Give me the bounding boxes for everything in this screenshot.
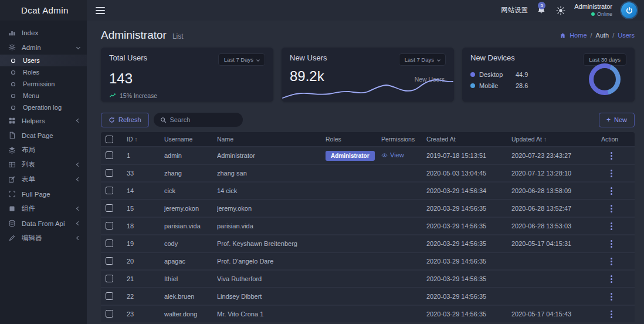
database-icon bbox=[8, 220, 16, 227]
sidebar-item-helpers[interactable]: Helpers bbox=[0, 113, 87, 128]
sidebar-item-编辑器[interactable]: 编辑器 bbox=[0, 231, 87, 245]
sidebar-item-表单[interactable]: 表单 bbox=[0, 172, 87, 187]
role-badge[interactable]: Administrator bbox=[326, 151, 375, 161]
row-created-at: 2020-03-29 14:56:35 bbox=[426, 205, 511, 212]
column-header-name: Name bbox=[217, 136, 326, 143]
column-header-updated_at[interactable]: Updated At↑ bbox=[511, 136, 601, 143]
search-input[interactable] bbox=[170, 116, 236, 123]
sidebar-item-列表[interactable]: 列表 bbox=[0, 157, 87, 172]
table-row: 1adminAdministratorAdministratorView2019… bbox=[101, 146, 635, 164]
chevron-down-icon bbox=[76, 45, 80, 49]
row-checkbox[interactable] bbox=[106, 151, 113, 159]
row-username: apagac bbox=[164, 258, 217, 265]
row-checkbox[interactable] bbox=[106, 204, 113, 212]
range-label: Last 7 Days bbox=[224, 56, 253, 63]
breadcrumb-home[interactable]: Home bbox=[570, 32, 587, 39]
breadcrumb-users[interactable]: Users bbox=[618, 32, 635, 39]
row-action-menu-button[interactable] bbox=[607, 256, 616, 267]
row-id: 18 bbox=[127, 222, 164, 230]
row-checkbox[interactable] bbox=[106, 239, 113, 247]
row-id: 15 bbox=[127, 205, 164, 212]
range-selector[interactable]: Last 7 Days bbox=[399, 53, 446, 66]
chevron-down-icon bbox=[256, 58, 260, 62]
row-updated-at: 2020-07-12 13:28:10 bbox=[511, 170, 601, 177]
expand-icon bbox=[8, 190, 16, 198]
edit-icon bbox=[8, 176, 16, 183]
plus-icon: + bbox=[606, 116, 611, 123]
circle-icon bbox=[9, 104, 17, 112]
notifications-button[interactable]: 5 bbox=[537, 5, 547, 16]
row-username: parisian.vida bbox=[164, 222, 217, 230]
table-row: 18parisian.vidaparisian.vida2020-03-29 1… bbox=[101, 217, 635, 234]
card-total-users: Total Users Last 7 Days 143 15% Increase bbox=[101, 48, 273, 102]
file-icon bbox=[8, 131, 16, 139]
view-permission-link[interactable]: View bbox=[381, 151, 404, 158]
sort-arrow-icon[interactable]: ↑ bbox=[544, 136, 547, 143]
select-all-checkbox[interactable] bbox=[106, 136, 113, 143]
row-action-menu-button[interactable] bbox=[607, 168, 616, 179]
range-selector[interactable]: Last 7 Days bbox=[218, 53, 265, 66]
power-icon bbox=[625, 6, 633, 15]
metric-value: 143 bbox=[109, 70, 265, 87]
sidebar-item-布局[interactable]: 布局 bbox=[0, 143, 87, 157]
card-title: New Users bbox=[290, 53, 327, 62]
row-action-menu-button[interactable] bbox=[607, 221, 616, 232]
row-id: 14 bbox=[127, 187, 164, 194]
sidebar-item-dcat-page[interactable]: Dcat Page bbox=[0, 128, 87, 143]
sidebar-item-index[interactable]: Index bbox=[0, 25, 87, 40]
user-name: Administrator bbox=[574, 3, 612, 11]
row-action-menu-button[interactable] bbox=[607, 291, 616, 302]
row-action-menu-button[interactable] bbox=[607, 185, 616, 197]
row-updated-at: 2020-05-17 04:15:43 bbox=[511, 310, 601, 318]
row-updated-at: 2020-06-28 13:58:09 bbox=[511, 187, 601, 194]
column-header-id[interactable]: ID↑ bbox=[127, 136, 164, 143]
sidebar-item-users[interactable]: Users bbox=[0, 55, 87, 66]
column-header-permissions: Permissions bbox=[381, 136, 426, 143]
desktop-dot-icon bbox=[470, 72, 475, 77]
row-checkbox[interactable] bbox=[106, 257, 113, 265]
row-username: Ithiel bbox=[164, 275, 217, 282]
row-created-at: 2020-05-03 13:04:45 bbox=[426, 170, 511, 177]
sidebar-item-permission[interactable]: Permission bbox=[0, 78, 87, 90]
sidebar-item-roles[interactable]: Roles bbox=[0, 66, 87, 78]
row-action-menu-button[interactable] bbox=[607, 238, 616, 249]
row-checkbox[interactable] bbox=[106, 275, 113, 282]
sidebar-item-menu[interactable]: Menu bbox=[0, 90, 87, 102]
row-id: 19 bbox=[127, 240, 164, 247]
sidebar-item-data-from-api[interactable]: Data From Api bbox=[0, 216, 87, 231]
row-checkbox[interactable] bbox=[106, 292, 113, 300]
row-action-menu-button[interactable] bbox=[607, 309, 616, 320]
refresh-button[interactable]: Refresh bbox=[101, 113, 149, 127]
notification-badge: 5 bbox=[538, 2, 545, 9]
site-settings-link[interactable]: 网站设置 bbox=[501, 6, 528, 15]
row-username: cody bbox=[164, 240, 217, 247]
table-row: 23walter.dongMr. Vito Crona 12020-03-29 … bbox=[101, 305, 635, 322]
sidebar-item-operation-log[interactable]: Operation log bbox=[0, 102, 87, 113]
brand-area: Dcat Admin bbox=[0, 0, 87, 21]
row-id: 22 bbox=[127, 293, 164, 300]
search-box bbox=[154, 113, 243, 127]
user-avatar[interactable] bbox=[621, 2, 637, 18]
sidebar-item-admin[interactable]: Admin bbox=[0, 40, 87, 55]
theme-toggle-sun-icon[interactable] bbox=[556, 6, 565, 15]
user-info[interactable]: Administrator Online bbox=[574, 3, 612, 18]
pen-icon bbox=[8, 234, 16, 242]
sort-arrow-icon[interactable]: ↑ bbox=[135, 136, 138, 143]
sidebar-item-组件[interactable]: 组件 bbox=[0, 201, 87, 216]
row-id: 23 bbox=[127, 310, 164, 318]
row-checkbox[interactable] bbox=[106, 169, 113, 177]
row-action-menu-button[interactable] bbox=[607, 203, 616, 214]
brand-logo: Dcat Admin bbox=[21, 5, 69, 15]
users-table: ID↑UsernameNameRolesPermissionsCreated A… bbox=[101, 132, 635, 322]
row-action-menu-button[interactable] bbox=[607, 274, 616, 285]
column-label: Action bbox=[601, 136, 618, 143]
row-checkbox[interactable] bbox=[106, 310, 113, 318]
sidebar-item-label: Index bbox=[22, 29, 38, 36]
hamburger-menu-icon[interactable] bbox=[96, 7, 105, 14]
sidebar-item-full-page[interactable]: Full Page bbox=[0, 187, 87, 201]
row-checkbox[interactable] bbox=[106, 222, 113, 230]
sidebar-item-label: Users bbox=[23, 57, 40, 64]
row-checkbox[interactable] bbox=[106, 187, 113, 194]
row-action-menu-button[interactable] bbox=[607, 150, 616, 161]
new-button[interactable]: + New bbox=[599, 113, 635, 127]
